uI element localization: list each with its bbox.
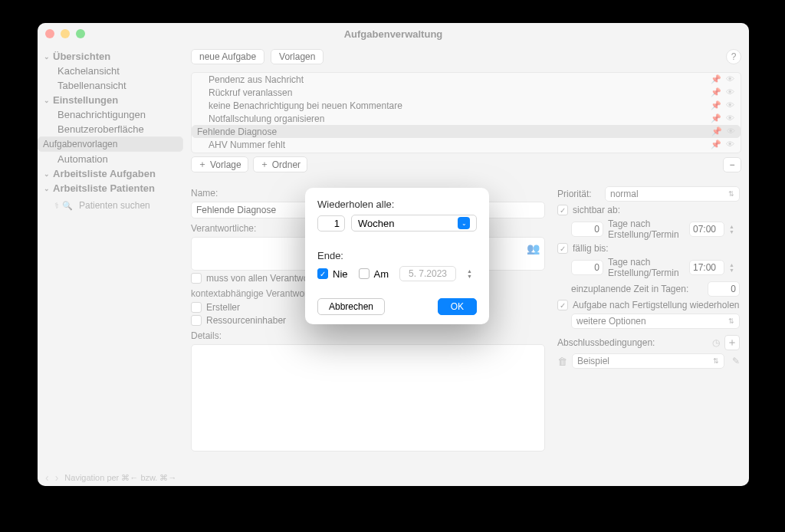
repeat-every-label: Wiederholen alle: <box>317 199 477 210</box>
end-on-check[interactable] <box>359 268 370 279</box>
date-stepper[interactable]: ▲▼ <box>467 266 477 281</box>
ok-button[interactable]: OK <box>438 298 477 315</box>
dropdown-icon: ⌄ <box>458 217 470 229</box>
end-date-input[interactable] <box>399 266 456 281</box>
repeat-interval-input[interactable] <box>317 215 345 232</box>
cancel-button[interactable]: Abbrechen <box>317 298 385 315</box>
repeat-modal: Wiederholen alle: Wochen ⌄ Ende: ✓ Nie A… <box>305 188 489 324</box>
end-never-check[interactable]: ✓ <box>317 268 328 279</box>
end-label: Ende: <box>317 250 477 261</box>
repeat-unit-select[interactable]: Wochen ⌄ <box>351 215 477 232</box>
